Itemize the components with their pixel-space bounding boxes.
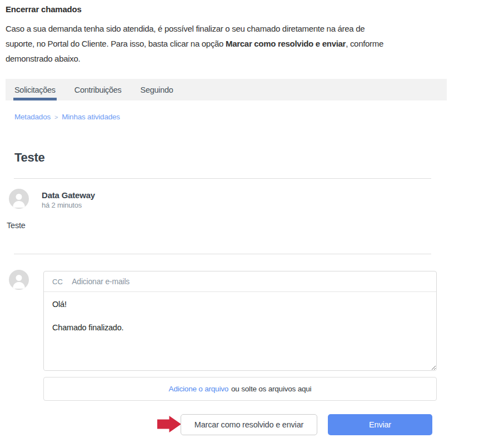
add-file-link[interactable]: Adicione o arquivo xyxy=(169,385,228,393)
comment-body: Teste xyxy=(7,221,26,230)
cc-email-input[interactable] xyxy=(72,277,428,286)
article-paragraph: Caso a sua demanda tenha sido atendida, … xyxy=(6,21,483,66)
cc-row: CC xyxy=(44,271,436,292)
user-icon xyxy=(9,270,29,290)
avatar xyxy=(9,270,29,290)
article-title: Encerrar chamados xyxy=(6,4,82,14)
dropzone-hint: ou solte os arquivos aqui xyxy=(231,385,311,393)
breadcrumb: Metadados > Minhas atividades xyxy=(14,113,120,121)
comment-author: Data Gateway xyxy=(42,190,95,200)
reply-message-textarea[interactable]: Olá! Chamado finalizado. xyxy=(44,292,436,370)
breadcrumb-metadados[interactable]: Metadados xyxy=(14,113,51,121)
cc-label: CC xyxy=(52,278,63,286)
tab-solicitacoes[interactable]: Solicitações xyxy=(13,79,57,100)
paragraph-line: suporte, no Portal do Cliente. Para isso… xyxy=(6,36,483,51)
send-button[interactable]: Enviar xyxy=(328,414,432,435)
breadcrumb-minhas-atividades[interactable]: Minhas atividades xyxy=(62,113,120,121)
attachment-dropzone[interactable]: Adicione o arquivo ou solte os arquivos … xyxy=(43,377,437,401)
divider xyxy=(14,178,431,179)
tab-bar: Solicitações Contribuições Seguindo xyxy=(6,79,447,100)
avatar xyxy=(9,189,29,209)
page: { "doc": { "title": "Encerrar chamados",… xyxy=(0,0,504,448)
paragraph-line: Caso a sua demanda tenha sido atendida, … xyxy=(6,21,483,36)
ticket-title: Teste xyxy=(14,150,44,165)
red-arrow-icon xyxy=(157,416,181,432)
highlighted-option-name: Marcar como resolvido e enviar xyxy=(226,39,346,48)
comment-timestamp: há 2 minutos xyxy=(42,201,82,209)
paragraph-line: demonstrado abaixo. xyxy=(6,51,483,66)
tab-contribuicoes[interactable]: Contribuições xyxy=(73,79,123,100)
tab-seguindo[interactable]: Seguindo xyxy=(139,79,174,100)
divider xyxy=(14,254,431,254)
mark-resolved-and-send-button[interactable]: Marcar como resolvido e enviar xyxy=(181,414,317,435)
reply-editor: CC Olá! Chamado finalizado. xyxy=(43,271,437,371)
breadcrumb-separator-icon: > xyxy=(54,114,58,120)
user-icon xyxy=(9,189,29,209)
